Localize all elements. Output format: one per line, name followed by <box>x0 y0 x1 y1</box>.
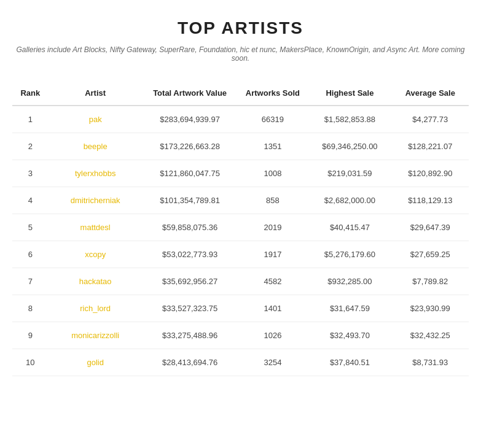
table-row: 7hackatao$35,692,956.274582$932,285.00$7… <box>12 268 469 295</box>
table-row: 9monicarizzolli$33,275,488.961026$32,493… <box>12 322 469 349</box>
cell-average-sale: $32,432.25 <box>392 322 469 349</box>
col-header-artworks-sold: Artworks Sold <box>238 81 308 106</box>
cell-rank: 1 <box>12 106 49 133</box>
artist-link[interactable]: pak <box>89 115 102 124</box>
cell-total-artwork-value: $33,275,488.96 <box>143 322 238 349</box>
cell-artworks-sold: 1351 <box>238 133 308 160</box>
cell-highest-sale: $932,285.00 <box>308 268 391 295</box>
cell-highest-sale: $1,582,853.88 <box>308 106 391 133</box>
table-row: 6xcopy$53,022,773.931917$5,276,179.60$27… <box>12 241 469 268</box>
cell-artist[interactable]: golid <box>49 349 143 376</box>
table-row: 8rich_lord$33,527,323.751401$31,647.59$2… <box>12 295 469 322</box>
cell-artworks-sold: 2019 <box>238 214 308 241</box>
artist-link[interactable]: tylerxhobbs <box>75 169 115 178</box>
cell-artworks-sold: 66319 <box>238 106 308 133</box>
artist-link[interactable]: dmitricherniak <box>71 196 120 205</box>
cell-highest-sale: $5,276,179.60 <box>308 241 391 268</box>
table-header: Rank Artist Total Artwork Value Artworks… <box>12 81 469 106</box>
cell-artworks-sold: 1917 <box>238 241 308 268</box>
cell-artist[interactable]: xcopy <box>49 241 143 268</box>
table-body: 1pak$283,694,939.9766319$1,582,853.88$4,… <box>12 106 469 376</box>
table-row: 5mattdesl$59,858,075.362019$40,415.47$29… <box>12 214 469 241</box>
cell-artworks-sold: 1401 <box>238 295 308 322</box>
cell-total-artwork-value: $173,226,663.28 <box>143 133 238 160</box>
cell-rank: 3 <box>12 160 49 187</box>
cell-average-sale: $23,930.99 <box>392 295 469 322</box>
col-header-artist: Artist <box>49 81 143 106</box>
table-row: 1pak$283,694,939.9766319$1,582,853.88$4,… <box>12 106 469 133</box>
cell-rank: 10 <box>12 349 49 376</box>
artist-link[interactable]: monicarizzolli <box>71 331 119 340</box>
cell-total-artwork-value: $28,413,694.76 <box>143 349 238 376</box>
cell-total-artwork-value: $35,692,956.27 <box>143 268 238 295</box>
artist-link[interactable]: hackatao <box>79 277 112 286</box>
cell-total-artwork-value: $59,858,075.36 <box>143 214 238 241</box>
cell-average-sale: $7,789.82 <box>392 268 469 295</box>
cell-rank: 5 <box>12 214 49 241</box>
cell-artist[interactable]: tylerxhobbs <box>49 160 143 187</box>
subtitle: Galleries include Art Blocks, Nifty Gate… <box>12 45 469 63</box>
cell-artworks-sold: 4582 <box>238 268 308 295</box>
cell-highest-sale: $32,493.70 <box>308 322 391 349</box>
page-title: TOP ARTISTS <box>12 18 469 38</box>
cell-artworks-sold: 1026 <box>238 322 308 349</box>
cell-highest-sale: $31,647.59 <box>308 295 391 322</box>
cell-highest-sale: $37,840.51 <box>308 349 391 376</box>
cell-artist[interactable]: rich_lord <box>49 295 143 322</box>
cell-rank: 2 <box>12 133 49 160</box>
artist-link[interactable]: xcopy <box>85 250 106 259</box>
cell-rank: 8 <box>12 295 49 322</box>
artist-link[interactable]: mattdesl <box>80 223 111 232</box>
page-container: TOP ARTISTS Galleries include Art Blocks… <box>0 0 481 388</box>
table-row: 2beeple$173,226,663.281351$69,346,250.00… <box>12 133 469 160</box>
col-header-total-artwork-value: Total Artwork Value <box>143 81 238 106</box>
cell-artworks-sold: 858 <box>238 187 308 214</box>
cell-average-sale: $29,647.39 <box>392 214 469 241</box>
cell-total-artwork-value: $283,694,939.97 <box>143 106 238 133</box>
table-row: 3tylerxhobbs$121,860,047.751008$219,031.… <box>12 160 469 187</box>
cell-total-artwork-value: $53,022,773.93 <box>143 241 238 268</box>
cell-total-artwork-value: $121,860,047.75 <box>143 160 238 187</box>
table-row: 4dmitricherniak$101,354,789.81858$2,682,… <box>12 187 469 214</box>
cell-artist[interactable]: monicarizzolli <box>49 322 143 349</box>
cell-artist[interactable]: pak <box>49 106 143 133</box>
cell-average-sale: $128,221.07 <box>392 133 469 160</box>
cell-rank: 7 <box>12 268 49 295</box>
cell-average-sale: $120,892.90 <box>392 160 469 187</box>
artist-link[interactable]: beeple <box>84 142 108 151</box>
col-header-average-sale: Average Sale <box>392 81 469 106</box>
cell-artist[interactable]: beeple <box>49 133 143 160</box>
cell-average-sale: $27,659.25 <box>392 241 469 268</box>
col-header-rank: Rank <box>12 81 49 106</box>
artist-link[interactable]: rich_lord <box>80 304 111 313</box>
cell-rank: 9 <box>12 322 49 349</box>
cell-rank: 4 <box>12 187 49 214</box>
cell-highest-sale: $219,031.59 <box>308 160 391 187</box>
cell-total-artwork-value: $33,527,323.75 <box>143 295 238 322</box>
artist-link[interactable]: golid <box>87 358 103 367</box>
cell-artist[interactable]: mattdesl <box>49 214 143 241</box>
cell-average-sale: $8,731.93 <box>392 349 469 376</box>
cell-rank: 6 <box>12 241 49 268</box>
cell-artist[interactable]: dmitricherniak <box>49 187 143 214</box>
cell-artist[interactable]: hackatao <box>49 268 143 295</box>
cell-highest-sale: $2,682,000.00 <box>308 187 391 214</box>
table-row: 10golid$28,413,694.763254$37,840.51$8,73… <box>12 349 469 376</box>
cell-average-sale: $118,129.13 <box>392 187 469 214</box>
cell-total-artwork-value: $101,354,789.81 <box>143 187 238 214</box>
cell-average-sale: $4,277.73 <box>392 106 469 133</box>
col-header-highest-sale: Highest Sale <box>308 81 391 106</box>
cell-artworks-sold: 1008 <box>238 160 308 187</box>
cell-artworks-sold: 3254 <box>238 349 308 376</box>
cell-highest-sale: $69,346,250.00 <box>308 133 391 160</box>
cell-highest-sale: $40,415.47 <box>308 214 391 241</box>
artists-table: Rank Artist Total Artwork Value Artworks… <box>12 81 469 376</box>
